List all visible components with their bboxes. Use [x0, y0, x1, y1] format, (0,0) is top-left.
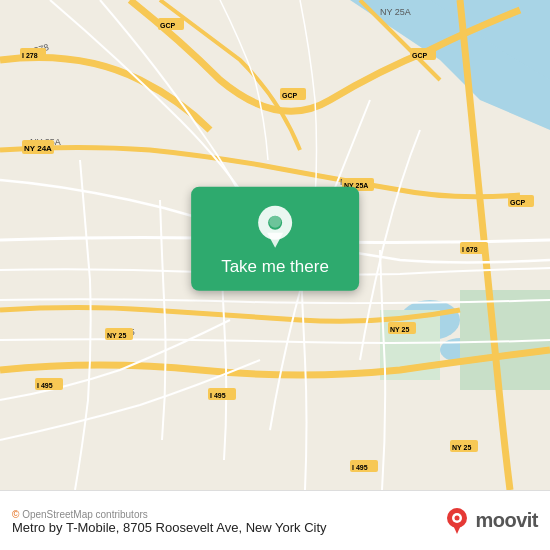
take-me-there-label: Take me there [221, 257, 329, 277]
take-me-there-overlay[interactable]: Take me there [191, 187, 359, 291]
svg-text:GCP: GCP [160, 22, 176, 29]
svg-text:NY 25: NY 25 [452, 444, 471, 451]
svg-text:I 495: I 495 [37, 382, 53, 389]
svg-text:GCP: GCP [412, 52, 428, 59]
svg-text:NY 25A: NY 25A [380, 7, 411, 17]
svg-text:NY 25: NY 25 [390, 326, 409, 333]
svg-text:I 678: I 678 [462, 246, 478, 253]
svg-text:GCP: GCP [510, 199, 526, 206]
osm-copy-symbol: © [12, 509, 19, 520]
svg-marker-49 [267, 233, 283, 248]
map-container: I 278 I 495 I 495 GCP GCP GCP I 678 NY 2… [0, 0, 550, 490]
svg-marker-52 [453, 525, 461, 534]
moovit-icon [443, 507, 471, 535]
moovit-logo: moovit [443, 507, 538, 535]
svg-text:I 495: I 495 [210, 392, 226, 399]
svg-text:GCP: GCP [282, 92, 298, 99]
svg-point-54 [455, 515, 460, 520]
map-pin-icon [257, 205, 293, 249]
info-bar: © OpenStreetMap contributors Metro by T-… [0, 490, 550, 550]
moovit-logo-text: moovit [475, 509, 538, 532]
svg-text:NY 25: NY 25 [107, 332, 126, 339]
svg-text:I 278: I 278 [22, 52, 38, 59]
svg-text:NY 24A: NY 24A [24, 144, 52, 153]
navigation-button[interactable]: Take me there [191, 187, 359, 291]
osm-attribution-text: OpenStreetMap contributors [22, 509, 148, 520]
address-section: © OpenStreetMap contributors Metro by T-… [12, 507, 327, 535]
svg-text:I 495: I 495 [352, 464, 368, 471]
svg-point-50 [269, 216, 281, 228]
osm-attribution: © OpenStreetMap contributors [12, 509, 327, 520]
address-text: Metro by T-Mobile, 8705 Roosevelt Ave, N… [12, 520, 327, 535]
